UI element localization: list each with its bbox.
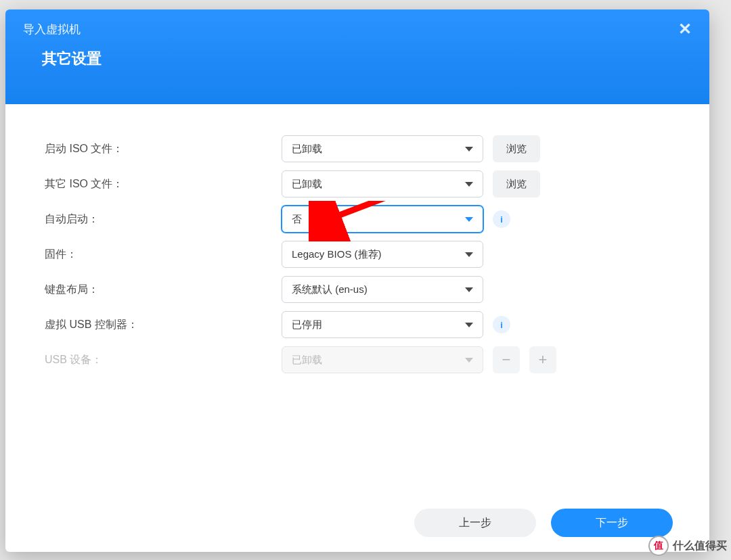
select-firmware-value: Legacy BIOS (推荐) — [292, 248, 382, 261]
prev-button[interactable]: 上一步 — [414, 509, 536, 537]
close-icon[interactable]: ✕ — [678, 20, 692, 39]
row-firmware: 固件： Legacy BIOS (推荐) — [45, 237, 670, 272]
chevron-down-icon — [465, 252, 473, 257]
info-icon[interactable]: i — [493, 316, 510, 333]
modal-header: 导入虚拟机 ✕ 其它设置 — [5, 9, 709, 104]
select-firmware[interactable]: Legacy BIOS (推荐) — [282, 241, 483, 268]
label-usb-device: USB 设备： — [45, 353, 282, 367]
watermark-badge: 值 — [648, 536, 669, 556]
label-autostart: 自动启动： — [45, 212, 282, 227]
info-icon[interactable]: i — [493, 210, 510, 228]
select-usb-controller[interactable]: 已停用 — [282, 311, 483, 338]
modal-title: 导入虚拟机 — [23, 22, 81, 37]
chevron-down-icon — [465, 358, 473, 363]
label-usb-controller: 虚拟 USB 控制器： — [45, 318, 282, 332]
label-keyboard: 键盘布局： — [45, 283, 282, 297]
select-other-iso-value: 已卸载 — [292, 178, 322, 191]
row-usb-device: USB 设备： 已卸载 − + — [45, 342, 670, 377]
modal-body: 启动 ISO 文件： 已卸载 浏览 其它 ISO 文件： 已卸载 浏览 自动启动… — [5, 104, 709, 391]
select-autostart[interactable]: 否 — [282, 206, 483, 233]
import-vm-modal: 导入虚拟机 ✕ 其它设置 启动 ISO 文件： 已卸载 浏览 其它 ISO 文件… — [5, 9, 709, 552]
chevron-down-icon — [465, 182, 473, 187]
row-boot-iso: 启动 ISO 文件： 已卸载 浏览 — [45, 131, 670, 166]
modal-subtitle: 其它设置 — [23, 49, 692, 69]
chevron-down-icon — [465, 323, 473, 327]
modal-footer: 上一步 下一步 — [414, 509, 673, 537]
add-usb-button: + — [529, 346, 556, 373]
label-boot-iso: 启动 ISO 文件： — [45, 142, 282, 156]
select-boot-iso-value: 已卸载 — [292, 143, 322, 156]
row-other-iso: 其它 ISO 文件： 已卸载 浏览 — [45, 166, 670, 202]
chevron-down-icon — [465, 217, 473, 222]
watermark: 值 什么值得买 — [648, 536, 727, 556]
select-keyboard[interactable]: 系统默认 (en-us) — [282, 276, 483, 303]
row-keyboard: 键盘布局： 系统默认 (en-us) — [45, 272, 670, 307]
select-usb-controller-value: 已停用 — [292, 319, 322, 331]
next-button[interactable]: 下一步 — [551, 509, 673, 537]
row-autostart: 自动启动： 否 i — [45, 202, 670, 237]
select-usb-device-value: 已卸载 — [292, 354, 322, 367]
select-usb-device: 已卸载 — [282, 346, 483, 373]
row-usb-controller: 虚拟 USB 控制器： 已停用 i — [45, 307, 670, 342]
chevron-down-icon — [465, 147, 473, 151]
chevron-down-icon — [465, 287, 473, 292]
label-other-iso: 其它 ISO 文件： — [45, 177, 282, 191]
watermark-text: 什么值得买 — [673, 539, 727, 553]
select-boot-iso[interactable]: 已卸载 — [282, 135, 483, 162]
select-keyboard-value: 系统默认 (en-us) — [292, 283, 368, 296]
label-firmware: 固件： — [45, 248, 282, 262]
browse-other-iso-button[interactable]: 浏览 — [493, 170, 540, 197]
select-other-iso[interactable]: 已卸载 — [282, 170, 483, 197]
remove-usb-button: − — [493, 346, 520, 373]
select-autostart-value: 否 — [292, 213, 302, 226]
browse-boot-iso-button[interactable]: 浏览 — [493, 135, 540, 162]
